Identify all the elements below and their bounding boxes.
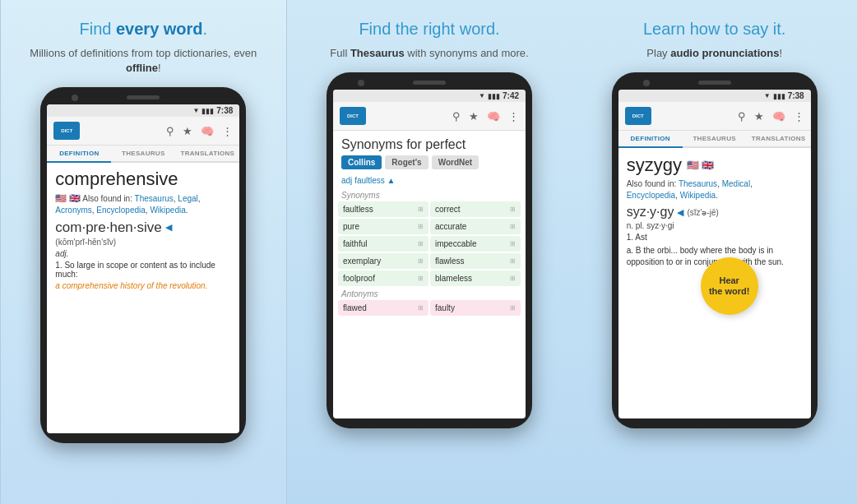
syn-icon: ⊞	[418, 275, 424, 282]
tab3-thesaurus[interactable]: THESAURUS	[683, 131, 747, 146]
menu-icon[interactable]: ⋮	[222, 125, 233, 137]
syn-exemplary[interactable]: exemplary⊞	[338, 253, 428, 269]
brain-icon2[interactable]: 🧠	[487, 110, 500, 123]
panel2-title: Find the right word.	[359, 18, 499, 39]
signal-icon: ▼	[192, 107, 199, 114]
phone1-def-screen: comprehensive 🇺🇸 🇬🇧 Also found in: Thesa…	[47, 163, 239, 298]
link-wikipedia[interactable]: Wikipedia	[150, 206, 185, 215]
menu-icon2[interactable]: ⋮	[508, 110, 519, 123]
phone3-speaker	[698, 81, 731, 85]
link-encyclopedia[interactable]: Encyclopedia	[96, 206, 145, 215]
ant-cell-text: flawed	[343, 303, 367, 312]
syn-correct[interactable]: correct⊞	[430, 201, 521, 217]
thes-tab-rogets[interactable]: Roget's	[385, 155, 428, 169]
syn-cell-text: faithful	[343, 239, 367, 248]
panel3-title: Learn how to say it.	[643, 18, 785, 39]
battery-icon2: ▮▮▮	[488, 92, 500, 100]
audio-icon[interactable]: ◀	[165, 222, 172, 233]
syn-icon: ⊞	[510, 275, 516, 282]
syn-impeccable[interactable]: impeccable⊞	[430, 236, 521, 252]
syn-faultless[interactable]: faultless⊞	[338, 201, 428, 217]
phone3-time: 7:38	[788, 91, 804, 100]
phone1-tab-bar: DEFINITION THESAURUS TRANSLATIONS	[47, 146, 239, 163]
def-also-found: 🇺🇸 🇬🇧 Also found in: Thesaurus, Legal, A…	[55, 192, 231, 216]
pron-also-found: Also found in: Thesaurus, Medical, Encyc…	[627, 178, 803, 201]
syn-icon: ⊞	[418, 240, 424, 247]
flag-gb: 🇬🇧	[69, 193, 81, 203]
link-thesaurus[interactable]: Thesaurus	[135, 194, 174, 203]
tab-definition[interactable]: DEFINITION	[47, 146, 111, 163]
link-acronyms[interactable]: Acronyms	[55, 206, 91, 215]
flag-us: 🇺🇸	[55, 193, 67, 203]
pron-pos-text: n. pl. syz·y·gi	[627, 221, 674, 230]
star-icon[interactable]: ★	[183, 125, 192, 137]
phone1-status-bar: ▼ ▮▮▮ 7:38	[47, 104, 239, 117]
star-icon3[interactable]: ★	[754, 110, 764, 123]
link-legal[interactable]: Legal	[178, 194, 197, 203]
app-bar-icons3: ⚲ ★ 🧠 ⋮	[738, 110, 804, 123]
phone2-top-bar	[333, 81, 526, 85]
thes-tabs: Collins Roget's WordNet	[333, 155, 526, 174]
battery-icon: ▮▮▮	[202, 107, 214, 115]
syn-accurate[interactable]: accurate⊞	[430, 219, 521, 234]
app-logo3: DICT	[625, 107, 651, 125]
panel1-title-bold: every word	[116, 20, 203, 38]
search-icon3[interactable]: ⚲	[738, 110, 746, 123]
phone3-app-bar: DICT ⚲ ★ 🧠 ⋮	[618, 102, 811, 131]
faultless-link[interactable]: faultless	[354, 176, 385, 185]
battery-icon3: ▮▮▮	[773, 92, 785, 100]
brain-icon[interactable]: 🧠	[201, 125, 214, 137]
pron-link-encyclopedia[interactable]: Encyclopedia	[627, 191, 675, 200]
search-icon2[interactable]: ⚲	[452, 110, 461, 123]
syn-pure[interactable]: pure⊞	[338, 219, 428, 234]
ant-flawed[interactable]: flawed⊞	[338, 300, 428, 316]
thes-tab-collins[interactable]: Collins	[341, 155, 382, 169]
brain-icon3[interactable]: 🧠	[772, 110, 785, 123]
syn-flawless[interactable]: flawless⊞	[430, 253, 521, 269]
pron-audio-icon[interactable]: ◀	[677, 207, 683, 218]
def-pos: adj.	[55, 249, 231, 258]
pron-link-wikipedia[interactable]: Wikipedia	[680, 191, 716, 200]
pron-def: 1. Ast	[627, 232, 803, 243]
menu-icon3[interactable]: ⋮	[794, 110, 804, 123]
def-text: 1. So large in scope or content as to in…	[55, 261, 215, 279]
phone3-camera	[643, 80, 650, 86]
pron-word-text: syzygy	[627, 155, 682, 176]
panel1-subtitle: Millions of definitions from top diction…	[16, 46, 271, 76]
tab3-translations[interactable]: TRANSLATIONS	[747, 131, 811, 146]
panel1-title: Find every word.	[80, 18, 208, 39]
panel2-title-text: Find the right word.	[359, 20, 499, 38]
ant-faulty[interactable]: faulty⊞	[430, 300, 521, 316]
search-icon[interactable]: ⚲	[166, 125, 174, 137]
panel1-title-end: .	[203, 20, 208, 38]
phone1-top-bar	[47, 95, 239, 99]
antonyms-label: Antonyms	[333, 286, 526, 300]
phone1: ▼ ▮▮▮ 7:38 DICT ⚲ ★ 🧠 ⋮ DEFINITION THESA…	[40, 87, 246, 443]
syn-icon: ⊞	[510, 223, 516, 230]
phone1-speaker	[127, 95, 160, 99]
thes-tab-wordnet[interactable]: WordNet	[432, 155, 479, 169]
flag-icons: 🇺🇸 🇬🇧	[687, 160, 714, 171]
syn-icon: ⊞	[418, 223, 424, 230]
synonyms-grid: faultless⊞ correct⊞ pure⊞ accurate⊞ fait…	[333, 201, 526, 286]
tab-translations[interactable]: TRANSLATIONS	[175, 146, 239, 161]
tab-thesaurus[interactable]: THESAURUS	[111, 146, 175, 161]
phone1-app-bar: DICT ⚲ ★ 🧠 ⋮	[47, 117, 239, 146]
pron-link-medical[interactable]: Medical	[722, 179, 750, 188]
app-bar-icons2: ⚲ ★ 🧠 ⋮	[452, 110, 519, 123]
phone3-tab-bar: DEFINITION THESAURUS TRANSLATIONS	[618, 131, 811, 148]
panel3-subtitle: Play audio pronunciations!	[646, 46, 782, 61]
panel2-subtitle-end: with synonyms and more.	[405, 47, 529, 59]
syn-faithful[interactable]: faithful⊞	[338, 236, 428, 252]
hear-bubble[interactable]: Hearthe word!	[701, 257, 758, 315]
ant-icon: ⊞	[510, 304, 516, 312]
phone3-pron-screen: syzygy 🇺🇸 🇬🇧 Also found in: Thesaurus, M…	[618, 148, 811, 321]
syn-foolproof[interactable]: foolproof⊞	[338, 270, 428, 286]
phone2-app-bar: DICT ⚲ ★ 🧠 ⋮	[333, 102, 526, 131]
star-icon2[interactable]: ★	[469, 110, 479, 123]
pron-link-thesaurus[interactable]: Thesaurus	[679, 179, 717, 188]
tab3-definition[interactable]: DEFINITION	[618, 131, 683, 148]
syn-blameless[interactable]: blameless⊞	[430, 270, 521, 286]
pron-also-found-text: Also found in:	[627, 179, 679, 188]
def-pronunciation: (kŏm'prĭ-hĕn'sĭv)	[55, 238, 231, 247]
